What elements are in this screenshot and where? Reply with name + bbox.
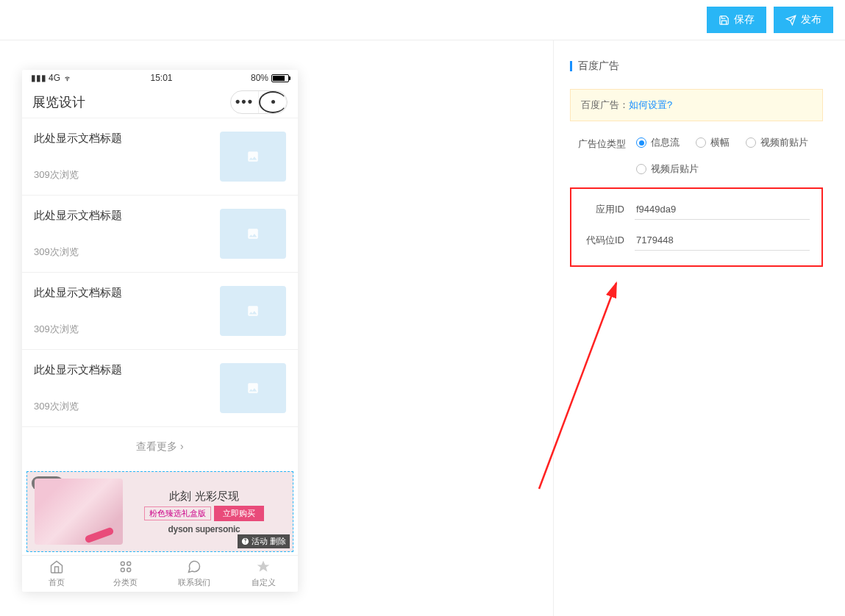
section-title: 百度广告: [578, 60, 619, 73]
top-toolbar: 保存 发布: [0, 0, 845, 40]
contact-icon: [187, 559, 202, 576]
publish-button[interactable]: 发布: [774, 7, 833, 33]
home-icon: [49, 559, 64, 576]
adtype-radio-group: 信息流横幅视频前贴片视频后贴片: [636, 136, 823, 176]
ad-subline: 粉色臻选礼盒版: [144, 506, 211, 520]
capsule-close-button[interactable]: [259, 91, 287, 113]
radio-circle-icon: [636, 137, 646, 148]
item-views: 309次浏览: [34, 323, 122, 336]
svg-point-5: [121, 568, 124, 572]
radio-circle-icon: [746, 137, 756, 148]
thumbnail-placeholder: [220, 132, 286, 182]
status-bar: ▮▮▮ 4G 15:01 80%: [22, 70, 298, 86]
category-icon: [118, 559, 133, 576]
thumbnail-placeholder: [220, 363, 286, 413]
capsule-more-button[interactable]: •••: [231, 91, 259, 113]
list-item[interactable]: 此处显示文档标题309次浏览: [22, 273, 298, 350]
radio-视频后贴片[interactable]: 视频后贴片: [636, 162, 699, 176]
preview-area: ▮▮▮ 4G 15:01 80% 展览设计 ••• 此处显示文档标题309次浏览…: [0, 40, 553, 616]
signal-bars-icon: ▮▮▮: [31, 73, 46, 83]
radio-视频前贴片[interactable]: 视频前贴片: [746, 136, 808, 149]
thumbnail-placeholder: [220, 286, 286, 336]
radio-label: 信息流: [651, 136, 680, 149]
codeid-label: 代码位ID: [576, 234, 635, 247]
radio-label: 横幅: [710, 136, 730, 149]
help-prefix: 百度广告：: [581, 99, 629, 110]
title-bar: 展览设计 •••: [22, 86, 298, 118]
document-list: 此处显示文档标题309次浏览此处显示文档标题309次浏览此处显示文档标题309次…: [22, 118, 298, 427]
tab-bar: 首页分类页联系我们自定义: [22, 555, 298, 592]
ad-banner[interactable]: 广告ᵥ 此刻 光彩尽现 粉色臻选礼盒版 立即购买 dyson supersoni…: [26, 471, 293, 552]
list-item[interactable]: 此处显示文档标题309次浏览: [22, 350, 298, 427]
section-header: 百度广告: [570, 60, 823, 73]
adtype-label: 广告位类型: [570, 136, 636, 151]
appid-label: 应用ID: [576, 203, 635, 216]
radio-label: 视频后贴片: [651, 162, 699, 176]
adtype-row: 广告位类型 信息流横幅视频前贴片视频后贴片: [570, 136, 823, 176]
load-more-button[interactable]: 查看更多 ›: [22, 427, 298, 467]
svg-point-4: [126, 562, 130, 565]
thumbnail-placeholder: [220, 209, 286, 259]
save-icon: [719, 15, 730, 26]
tab-自定义[interactable]: 自定义: [229, 556, 298, 592]
help-banner: 百度广告：如何设置?: [570, 89, 823, 121]
network-label: 4G: [49, 73, 60, 83]
appid-input[interactable]: [635, 199, 810, 220]
phone-preview: ▮▮▮ 4G 15:01 80% 展览设计 ••• 此处显示文档标题309次浏览…: [22, 70, 298, 592]
tab-label: 分类页: [113, 577, 138, 588]
link-icon: [241, 537, 249, 545]
ad-brand: dyson supersonic: [129, 524, 279, 534]
battery-percent: 80%: [251, 73, 268, 83]
save-label: 保存: [734, 13, 755, 26]
battery-icon: [271, 74, 289, 82]
save-button[interactable]: 保存: [707, 7, 766, 33]
settings-panel: 百度广告 百度广告：如何设置? 广告位类型 信息流横幅视频前贴片视频后贴片 应用…: [553, 40, 845, 616]
item-title: 此处显示文档标题: [34, 132, 122, 146]
tab-label: 首页: [49, 577, 65, 588]
item-title: 此处显示文档标题: [34, 286, 122, 300]
list-item[interactable]: 此处显示文档标题309次浏览: [22, 118, 298, 196]
ad-activity-label: 活动: [252, 536, 268, 547]
tab-首页[interactable]: 首页: [22, 556, 91, 592]
ad-cta: 立即购买: [214, 506, 264, 521]
item-views: 309次浏览: [34, 246, 122, 259]
tab-label: 自定义: [252, 577, 276, 588]
ad-image: [35, 479, 123, 545]
ad-headline: 此刻 光彩尽现: [129, 490, 279, 504]
page-title: 展览设计: [32, 93, 85, 111]
item-title: 此处显示文档标题: [34, 363, 122, 377]
radio-信息流[interactable]: 信息流: [636, 136, 680, 149]
capsule-menu: •••: [230, 90, 288, 114]
svg-point-2: [67, 80, 68, 81]
tab-分类页[interactable]: 分类页: [91, 556, 160, 592]
item-title: 此处显示文档标题: [34, 209, 122, 223]
star-icon: [256, 559, 271, 576]
chevron-right-icon: ›: [177, 440, 184, 452]
radio-circle-icon: [696, 137, 706, 148]
radio-横幅[interactable]: 横幅: [696, 136, 730, 149]
item-views: 309次浏览: [34, 400, 122, 413]
help-link[interactable]: 如何设置?: [629, 99, 672, 110]
tab-label: 联系我们: [178, 577, 210, 588]
ad-delete-label: 删除: [270, 536, 286, 547]
ad-delete-button[interactable]: 活动删除: [238, 534, 290, 548]
svg-point-3: [121, 562, 124, 565]
radio-circle-icon: [636, 164, 646, 174]
list-item[interactable]: 此处显示文档标题309次浏览: [22, 196, 298, 273]
tab-联系我们[interactable]: 联系我们: [160, 556, 229, 592]
publish-label: 发布: [801, 13, 821, 26]
highlighted-fields: 应用ID 代码位ID: [570, 187, 823, 267]
codeid-input[interactable]: [635, 230, 810, 251]
clock: 15:01: [150, 73, 172, 83]
svg-point-6: [126, 568, 130, 572]
send-icon: [785, 15, 796, 26]
accent-bar: [570, 61, 572, 71]
radio-label: 视频前贴片: [760, 136, 808, 149]
item-views: 309次浏览: [34, 168, 122, 182]
wifi-icon: [63, 74, 72, 82]
